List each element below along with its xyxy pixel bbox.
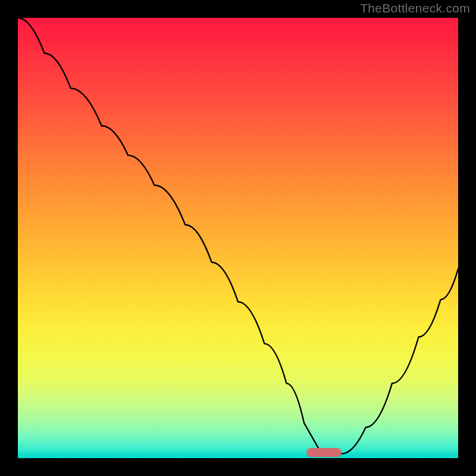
curve-path xyxy=(18,18,458,454)
watermark-text: TheBottleneck.com xyxy=(360,1,470,15)
bottleneck-curve xyxy=(18,18,458,458)
chart-frame: TheBottleneck.com xyxy=(0,0,476,476)
optimal-range-marker xyxy=(306,448,342,457)
plot-area xyxy=(18,18,458,458)
